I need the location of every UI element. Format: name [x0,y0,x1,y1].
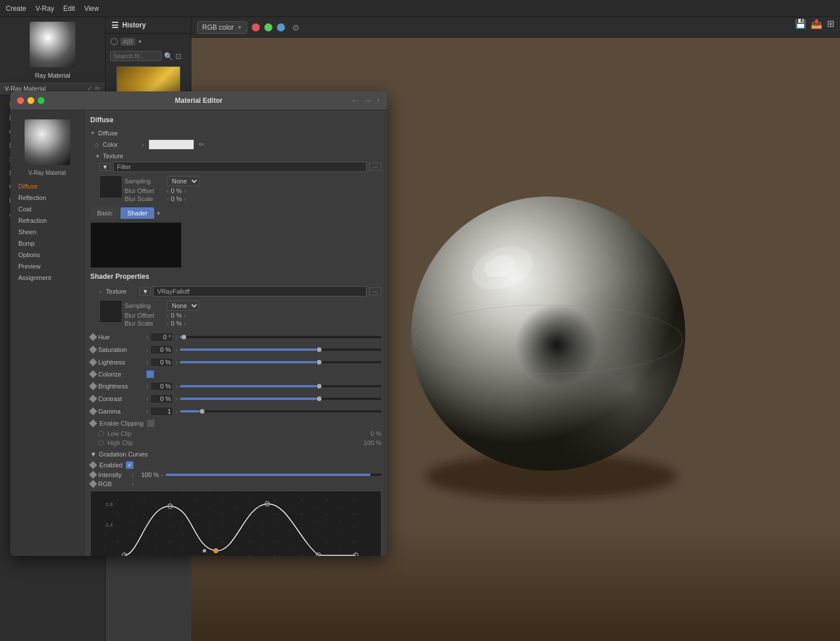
editor-nav-options[interactable]: Options [10,249,84,261]
texture-dropdown[interactable]: ▼ [99,163,111,171]
hue-slider: ‹ › [146,332,381,342]
high-clip-label: High Clip [107,439,133,446]
colorize-diamond [89,370,97,378]
diffuse-subsection-header[interactable]: ▼ Diffuse [90,129,381,138]
brightness-inc[interactable]: › [175,383,177,390]
shader-blur-offset-inc[interactable]: › [184,313,186,319]
window-minimize-button[interactable] [27,97,34,104]
tab-basic[interactable]: Basic [90,207,119,219]
shader-blur-offset-dec[interactable]: ‹ [167,313,168,319]
hue-dec[interactable]: ‹ [146,334,148,340]
shader-arrow[interactable]: › [99,289,101,295]
editor-nav-assignment[interactable]: Assignment [10,272,84,283]
menu-create[interactable]: Create [6,5,26,13]
editor-nav-sheen[interactable]: Sheen [10,226,84,238]
saturation-input[interactable] [150,345,173,354]
editor-nav-coat[interactable]: Coat [10,203,84,215]
hue-track[interactable] [180,336,381,338]
shader-texture-dropdown[interactable]: ▼ [139,287,151,295]
contrast-track[interactable] [180,398,381,400]
contrast-inc[interactable]: › [175,396,177,402]
color-arrow-right[interactable]: › [142,142,144,148]
shader-blur-scale-inc[interactable]: › [184,320,186,327]
blur-offset-dec[interactable]: ‹ [167,188,168,194]
hue-inc[interactable]: › [175,334,177,340]
grid-icon[interactable]: ⊞ [827,18,834,29]
blue-channel-dot[interactable] [277,23,285,31]
editor-nav-preview[interactable]: Preview [10,261,84,272]
menu-vray[interactable]: V-Ray [35,5,54,13]
lightness-input[interactable] [150,358,173,367]
svg-text:0.4: 0.4 [106,522,113,528]
gamma-dec[interactable]: ‹ [146,408,148,415]
grad-enabled-checkbox[interactable]: ✓ [126,461,134,469]
nav-up[interactable]: ↑ [376,96,380,105]
gradation-curves-section: ▼ Gradation Curves Enabled ✓ Intensity ‹ [90,451,381,556]
export-icon[interactable]: 📤 [811,18,822,29]
nav-forward[interactable]: → [364,96,372,105]
saturation-dec[interactable]: ‹ [146,347,148,353]
clipping-checkbox[interactable] [147,419,155,427]
brightness-track[interactable] [180,385,381,387]
dropdown-chevron[interactable]: ▼ [138,39,143,45]
sampling-select[interactable]: None [167,176,199,186]
menu-edit[interactable]: Edit [63,5,75,13]
blur-scale-dec[interactable]: ‹ [167,196,168,202]
shader-tabs: Basic Shader ▼ [90,207,381,219]
lightness-inc[interactable]: › [175,359,177,366]
editor-nav-refraction[interactable]: Refraction [10,215,84,226]
saturation-inc[interactable]: › [175,347,177,353]
filter-icon[interactable]: ⊡ [175,52,182,61]
tab-collapse-arrow[interactable]: ▼ [155,210,161,219]
red-channel-dot[interactable] [252,23,260,31]
history-screenshot-icon[interactable]: ⬡ [110,36,118,47]
blur-scale-inc[interactable]: › [184,196,186,202]
intensity-track[interactable] [166,474,381,476]
history-ab-icon[interactable]: A|B [120,38,135,46]
contrast-dec[interactable]: ‹ [146,396,148,402]
gradation-header[interactable]: ▼ Gradation Curves [90,451,381,458]
green-channel-dot[interactable] [264,23,272,31]
texture-collapse[interactable]: ▼ [95,153,101,159]
rgb-arrow[interactable]: › [132,481,134,487]
intensity-dec[interactable]: ‹ [132,472,134,478]
shader-blur-scale-dec[interactable]: ‹ [167,320,168,327]
menu-view[interactable]: View [84,5,99,13]
blur-offset-inc[interactable]: › [184,188,186,194]
lightness-track[interactable] [180,361,381,363]
tab-shader[interactable]: Shader [120,207,154,219]
svg-point-3 [485,274,622,411]
editor-nav-reflection[interactable]: Reflection [10,192,84,203]
editor-nav-diffuse[interactable]: Diffuse [10,181,84,192]
menu-icon[interactable]: ☰ [111,21,119,30]
saturation-track[interactable] [180,348,381,351]
gamma-track[interactable] [180,410,381,412]
shader-blur-scale-label: Blur Scale [124,320,164,327]
search-input[interactable] [110,51,162,61]
lightness-dec[interactable]: ‹ [146,359,148,366]
search-icon[interactable]: 🔍 [164,52,173,61]
editor-nav-list: Diffuse Reflection Coat Refraction Sheen… [10,181,84,283]
enable-clipping-row: Enable Clipping [90,418,381,429]
color-edit-icon[interactable]: ✏ [199,141,204,149]
texture-more-btn[interactable]: ··· [369,163,381,171]
shader-sampling-select[interactable]: None [167,301,199,311]
contrast-input[interactable] [150,394,173,403]
diffuse-color-swatch[interactable] [148,139,194,150]
nav-back[interactable]: ← [351,96,359,105]
shader-more-btn[interactable]: ··· [369,287,381,295]
colorize-checkbox[interactable] [146,370,154,378]
brightness-input[interactable] [150,382,173,391]
gamma-input[interactable] [150,407,173,416]
brightness-dec[interactable]: ‹ [146,383,148,390]
intensity-inc[interactable]: › [161,472,163,478]
hue-input[interactable] [150,332,173,342]
color-mode-dropdown[interactable]: RGB color ▼ [197,21,247,34]
window-close-button[interactable] [17,97,24,104]
editor-nav-bump[interactable]: Bump [10,238,84,249]
editor-material-thumbnail [25,119,70,165]
save-icon[interactable]: 💾 [795,18,806,29]
gamma-inc[interactable]: › [175,408,177,415]
color-wheel-icon[interactable]: ⊙ [290,21,302,34]
window-maximize-button[interactable] [38,97,45,104]
